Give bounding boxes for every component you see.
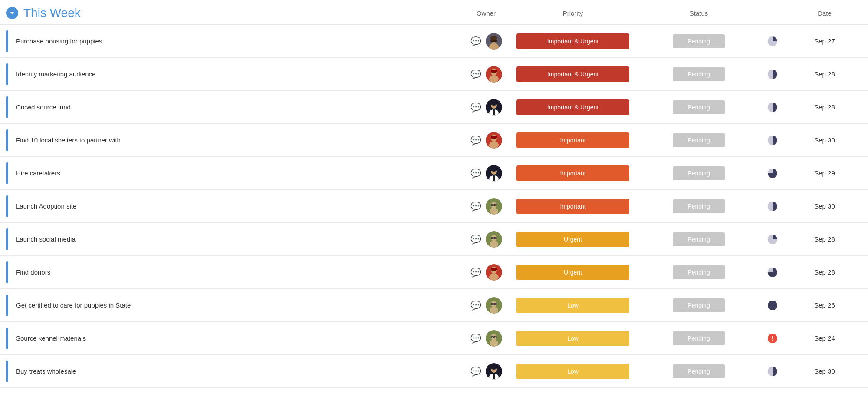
- task-name-cell: Buy treats wholesale: [6, 356, 469, 387]
- task-name-cell: Purchase housing for puppies: [6, 26, 469, 56]
- comment-icon[interactable]: 💬: [470, 300, 481, 311]
- comment-icon[interactable]: 💬: [470, 36, 481, 46]
- task-name: Source kennel materials: [16, 334, 86, 342]
- avatar: [486, 165, 502, 182]
- task-name-cell: Find donors: [6, 257, 469, 288]
- main-container: This Week Owner Priority Status Date Pur…: [0, 0, 868, 417]
- svg-point-31: [490, 167, 497, 172]
- priority-cell: Important: [503, 199, 642, 214]
- status-badge[interactable]: Pending: [673, 133, 725, 147]
- clock-icon[interactable]: [767, 168, 778, 179]
- priority-badge[interactable]: Important: [516, 199, 629, 214]
- status-cell: Pending: [642, 331, 755, 345]
- task-name-cell: Identify marketing audience: [6, 59, 469, 89]
- clock-icon[interactable]: [767, 267, 778, 278]
- clock-icon[interactable]: [767, 69, 778, 80]
- comment-icon[interactable]: 💬: [470, 267, 481, 278]
- owner-cell: 💬: [469, 198, 503, 215]
- task-name-cell: Crowd source fund: [6, 92, 469, 122]
- task-name: Launch social media: [16, 235, 76, 243]
- svg-rect-30: [493, 175, 495, 181]
- clock-icon[interactable]: [767, 234, 778, 245]
- date-cell: Sep 28: [790, 235, 859, 243]
- svg-point-18: [490, 101, 497, 106]
- priority-badge[interactable]: Important: [516, 165, 629, 181]
- clock-icon[interactable]: [767, 201, 778, 212]
- svg-rect-11: [491, 70, 497, 73]
- task-indicator-bar: [6, 63, 8, 85]
- comment-icon[interactable]: 💬: [470, 201, 481, 212]
- priority-cell: Urgent: [503, 232, 642, 247]
- date-cell: Sep 30: [790, 202, 859, 210]
- status-badge[interactable]: Pending: [673, 67, 725, 81]
- task-row: Source kennel materials 💬 Low Pending ! …: [0, 322, 868, 355]
- status-badge[interactable]: Pending: [673, 298, 725, 312]
- task-row: Launch social media 💬 Urgent Pending Sep…: [0, 223, 868, 256]
- svg-rect-24: [491, 136, 497, 139]
- status-badge[interactable]: Pending: [673, 166, 725, 180]
- task-name-cell: Source kennel materials: [6, 323, 469, 354]
- task-row: Purchase housing for puppies 💬 Important…: [0, 25, 868, 58]
- status-badge[interactable]: Pending: [673, 265, 725, 279]
- status-badge[interactable]: Pending: [673, 331, 725, 345]
- owner-cell: 💬: [469, 297, 503, 314]
- task-name-cell: Launch social media: [6, 224, 469, 255]
- priority-badge[interactable]: Low: [516, 364, 629, 379]
- comment-icon[interactable]: 💬: [470, 69, 481, 79]
- clock-cell: [755, 234, 790, 245]
- task-name: Launch Adoption site: [16, 202, 76, 210]
- priority-cell: Important: [503, 132, 642, 148]
- svg-point-65: [490, 340, 498, 347]
- clock-cell: [755, 168, 790, 179]
- priority-badge[interactable]: Important & Urgent: [516, 66, 629, 82]
- priority-badge[interactable]: Low: [516, 331, 629, 346]
- clock-cell: [755, 69, 790, 80]
- clock-icon[interactable]: !: [767, 333, 778, 344]
- date-cell: Sep 28: [790, 268, 859, 276]
- priority-badge[interactable]: Urgent: [516, 265, 629, 280]
- task-indicator-bar: [6, 96, 8, 118]
- owner-cell: 💬: [469, 165, 503, 182]
- priority-badge[interactable]: Important & Urgent: [516, 99, 629, 115]
- clock-cell: !: [755, 333, 790, 344]
- comment-icon[interactable]: 💬: [470, 234, 481, 245]
- svg-rect-17: [493, 109, 495, 115]
- clock-icon[interactable]: [767, 300, 778, 311]
- section-toggle[interactable]: [6, 7, 18, 19]
- comment-icon[interactable]: 💬: [470, 333, 481, 344]
- avatar: [486, 198, 502, 215]
- priority-cell: Important: [503, 165, 642, 181]
- clock-icon[interactable]: [767, 36, 778, 47]
- status-badge[interactable]: Pending: [673, 34, 725, 48]
- comment-icon[interactable]: 💬: [470, 168, 481, 179]
- priority-cell: Important & Urgent: [503, 33, 642, 49]
- clock-icon[interactable]: [767, 102, 778, 113]
- status-badge[interactable]: Pending: [673, 232, 725, 246]
- task-row: Find 10 local shelters to partner with 💬…: [0, 124, 868, 157]
- comment-icon[interactable]: 💬: [470, 366, 481, 377]
- status-badge[interactable]: Pending: [673, 364, 725, 378]
- priority-badge[interactable]: Urgent: [516, 232, 629, 247]
- status-badge[interactable]: Pending: [673, 100, 725, 114]
- date-cell: Sep 27: [790, 37, 859, 45]
- date-cell: Sep 30: [790, 136, 859, 144]
- priority-badge[interactable]: Important: [516, 132, 629, 148]
- comment-icon[interactable]: 💬: [470, 135, 481, 146]
- svg-point-58: [490, 307, 498, 314]
- clock-icon[interactable]: [767, 135, 778, 146]
- comment-icon[interactable]: 💬: [470, 102, 481, 113]
- svg-rect-53: [491, 268, 497, 271]
- priority-cell: Important & Urgent: [503, 66, 642, 82]
- priority-badge[interactable]: Important & Urgent: [516, 33, 629, 49]
- status-badge[interactable]: Pending: [673, 199, 725, 213]
- section-header: This Week Owner Priority Status Date: [0, 0, 868, 25]
- avatar: [486, 66, 502, 83]
- avatar: [486, 99, 502, 116]
- task-row: Launch Adoption site 💬 Important Pending…: [0, 190, 868, 223]
- task-name: Find donors: [16, 268, 50, 276]
- clock-icon[interactable]: [767, 366, 778, 377]
- task-indicator-bar: [6, 261, 8, 283]
- priority-badge[interactable]: Low: [516, 298, 629, 313]
- task-list: Purchase housing for puppies 💬 Important…: [0, 25, 868, 388]
- owner-cell: 💬: [469, 33, 503, 50]
